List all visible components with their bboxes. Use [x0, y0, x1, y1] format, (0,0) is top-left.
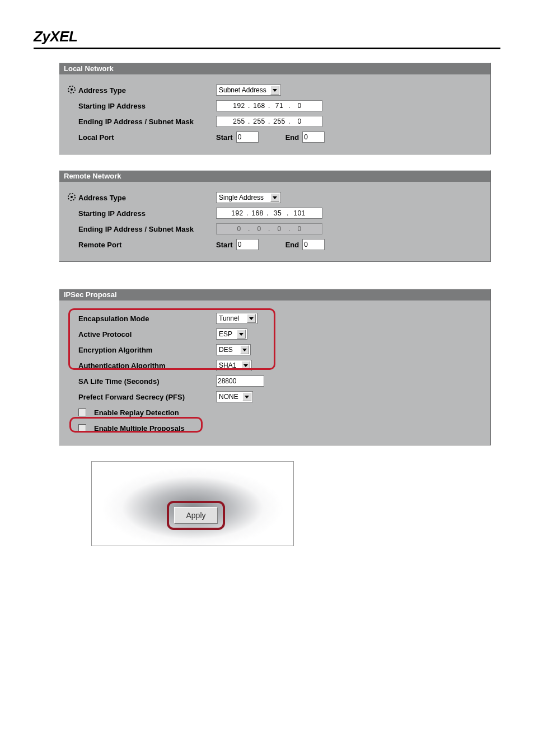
select-value: Single Address — [219, 194, 269, 201]
panel-ipsec-proposal: IPSec Proposal Encapsulation Mode Tunnel… — [59, 289, 491, 445]
select-encapsulation-mode[interactable]: Tunnel — [216, 313, 257, 324]
panel-title-local: Local Network — [59, 63, 490, 74]
chevron-down-icon[interactable] — [270, 193, 279, 202]
label-port-end: End — [285, 241, 299, 249]
input-remote-ending-ip-disabled: 0. 0. 0. 0 — [216, 223, 322, 234]
select-local-address-type[interactable]: Subnet Address — [216, 84, 281, 96]
select-value: SHA1 — [219, 361, 240, 369]
panel-local-network: Local Network Address Type Subnet Addres… — [59, 63, 491, 154]
svg-point-4 — [71, 196, 73, 198]
hint-icon — [67, 84, 77, 96]
panel-title-remote: Remote Network — [59, 171, 490, 182]
select-authentication-algorithm[interactable]: SHA1 — [216, 360, 252, 371]
chevron-down-icon[interactable] — [242, 392, 251, 401]
input-remote-starting-ip[interactable]: 192. 168. 35. 101 — [216, 208, 322, 219]
input-local-starting-ip[interactable]: 192. 168. 71. 0 — [216, 100, 322, 111]
svg-marker-8 — [242, 349, 247, 351]
label-port-end: End — [285, 133, 299, 142]
svg-point-1 — [71, 88, 73, 91]
label-local-port: Local Port — [78, 133, 216, 142]
label-port-start: Start — [216, 133, 233, 142]
label-starting-ip: Starting IP Address — [78, 209, 216, 218]
apply-area: Apply — [91, 461, 294, 546]
svg-marker-9 — [243, 364, 248, 367]
select-encryption-algorithm[interactable]: DES — [216, 344, 251, 355]
label-ending-ip: Ending IP Address / Subnet Mask — [78, 118, 216, 126]
label-enable-multiple-proposals: Enable Multiple Proposals — [94, 424, 185, 433]
svg-marker-10 — [245, 396, 249, 398]
chevron-down-icon[interactable] — [240, 345, 249, 354]
header-rule — [34, 48, 500, 49]
label-starting-ip: Starting IP Address — [78, 102, 216, 110]
svg-marker-2 — [273, 89, 277, 92]
label-address-type: Address Type — [78, 86, 216, 95]
label-authentication-algorithm: Authentication Algorithm — [78, 361, 216, 370]
label-address-type: Address Type — [78, 194, 216, 202]
label-remote-port: Remote Port — [78, 241, 216, 249]
apply-button[interactable]: Apply — [174, 507, 218, 524]
hint-icon — [67, 192, 77, 204]
select-value: Tunnel — [219, 314, 246, 322]
input-remote-port-start[interactable]: 0 — [236, 239, 259, 250]
chevron-down-icon[interactable] — [247, 314, 256, 323]
svg-marker-6 — [249, 317, 254, 320]
input-sa-life-time[interactable]: 28800 — [216, 375, 264, 387]
select-value: DES — [219, 346, 239, 354]
label-enable-replay-detection: Enable Replay Detection — [94, 408, 179, 417]
chevron-down-icon[interactable] — [270, 86, 279, 95]
panel-remote-network: Remote Network Address Type Single Addre… — [59, 170, 491, 262]
label-pfs: Prefect Forward Secrecy (PFS) — [78, 393, 216, 401]
checkbox-enable-replay-detection[interactable] — [78, 408, 86, 416]
label-encryption-algorithm: Encryption Algorithm — [78, 346, 216, 354]
chevron-down-icon[interactable] — [241, 361, 250, 370]
select-remote-address-type[interactable]: Single Address — [216, 192, 281, 203]
brand-title: ZyXEL — [34, 28, 500, 45]
panel-title-ipsec: IPSec Proposal — [59, 289, 490, 300]
select-active-protocol[interactable]: ESP — [216, 328, 247, 340]
select-value: ESP — [219, 330, 236, 338]
label-sa-life-time: SA Life Time (Seconds) — [78, 377, 216, 386]
select-value: Subnet Address — [219, 86, 269, 94]
input-remote-port-end[interactable]: 0 — [302, 239, 325, 250]
input-local-port-end[interactable]: 0 — [302, 132, 325, 143]
label-encapsulation-mode: Encapsulation Mode — [78, 314, 216, 323]
input-local-ending-ip[interactable]: 255. 255. 255. 0 — [216, 116, 322, 127]
label-active-protocol: Active Protocol — [78, 330, 216, 339]
select-value: NONE — [219, 393, 241, 401]
label-ending-ip: Ending IP Address / Subnet Mask — [78, 225, 216, 233]
checkbox-enable-multiple-proposals[interactable] — [78, 424, 86, 432]
input-local-port-start[interactable]: 0 — [236, 132, 259, 143]
chevron-down-icon[interactable] — [237, 330, 246, 339]
svg-marker-5 — [273, 196, 277, 199]
highlight-box-apply: Apply — [167, 501, 225, 530]
svg-marker-7 — [239, 333, 243, 336]
select-pfs[interactable]: NONE — [216, 391, 253, 402]
label-port-start: Start — [216, 241, 233, 249]
